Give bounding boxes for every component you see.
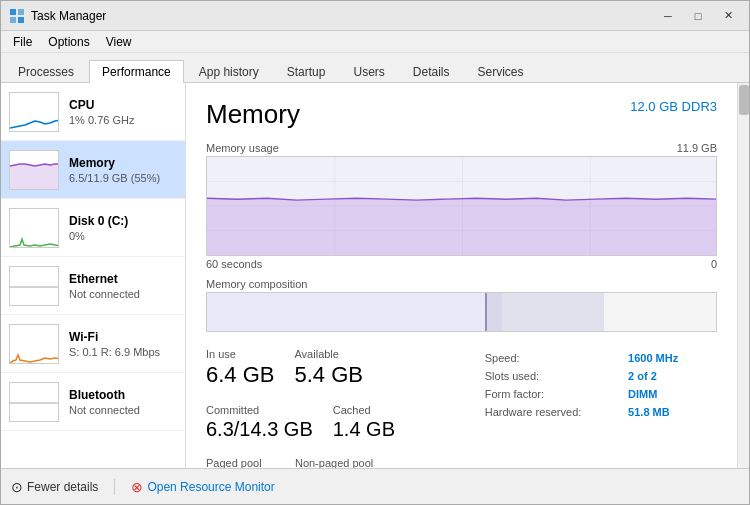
cpu-thumbnail [9, 92, 59, 132]
composition-label: Memory composition [206, 278, 717, 290]
composition-standby [502, 293, 604, 331]
svg-rect-2 [10, 17, 16, 23]
ethernet-name: Ethernet [69, 272, 177, 286]
chart-label-text: Memory usage [206, 142, 279, 154]
committed-value: 6.3/14.3 GB [206, 418, 313, 441]
fewer-details-icon: ⊙ [11, 479, 23, 495]
chart-max-label: 11.9 GB [677, 142, 717, 154]
svg-marker-20 [207, 198, 716, 255]
bluetooth-name: Bluetooth [69, 388, 177, 402]
stats-row2: Committed 6.3/14.3 GB Cached 1.4 GB [206, 404, 485, 449]
sidebar: CPU 1% 0.76 GHz Memory 6.5/11.9 GB (55%) [1, 83, 186, 468]
disk-detail: 0% [69, 230, 177, 242]
hardware-label: Hardware reserved: [485, 406, 620, 418]
cpu-info: CPU 1% 0.76 GHz [69, 98, 177, 126]
memory-info: Memory 6.5/11.9 GB (55%) [69, 156, 177, 184]
form-label: Form factor: [485, 388, 620, 400]
available-label: Available [294, 348, 362, 360]
stat-committed: Committed 6.3/14.3 GB [206, 404, 313, 449]
detail-panel: Memory 12.0 GB DDR3 Memory usage 11.9 GB [186, 83, 737, 468]
svg-rect-0 [10, 9, 16, 15]
stats-row1: In use 6.4 GB Available 5.4 GB [206, 348, 485, 396]
cached-value: 1.4 GB [333, 418, 395, 441]
cpu-name: CPU [69, 98, 177, 112]
tabs-bar: Processes Performance App history Startu… [1, 53, 749, 83]
disk-thumbnail [9, 208, 59, 248]
sidebar-item-disk[interactable]: Disk 0 (C:) 0% [1, 199, 185, 257]
app-icon [9, 8, 25, 24]
detail-header: Memory 12.0 GB DDR3 [206, 99, 717, 130]
left-stats: In use 6.4 GB Available 5.4 GB Committed… [206, 348, 485, 468]
ethernet-thumbnail [9, 266, 59, 306]
window-title: Task Manager [31, 9, 655, 23]
cpu-detail: 1% 0.76 GHz [69, 114, 177, 126]
detail-subtitle: 12.0 GB DDR3 [630, 99, 717, 114]
available-value: 5.4 GB [294, 362, 362, 388]
bottom-bar: ⊙ Fewer details ⊗ Open Resource Monitor [1, 468, 749, 504]
open-resource-monitor-link[interactable]: ⊗ Open Resource Monitor [131, 479, 274, 495]
disk-info: Disk 0 (C:) 0% [69, 214, 177, 242]
sidebar-item-bluetooth[interactable]: Bluetooth Not connected [1, 373, 185, 431]
stat-cached: Cached 1.4 GB [333, 404, 395, 449]
chart-label: Memory usage 11.9 GB [206, 142, 717, 154]
fewer-details-label: Fewer details [27, 480, 98, 494]
stats-section: In use 6.4 GB Available 5.4 GB Committed… [206, 348, 717, 468]
scrollbar-thumb[interactable] [739, 85, 749, 115]
minimize-button[interactable]: ─ [655, 6, 681, 26]
window-controls: ─ □ ✕ [655, 6, 741, 26]
chart-time-end: 0 [711, 258, 717, 270]
svg-rect-3 [18, 17, 24, 23]
disk-name: Disk 0 (C:) [69, 214, 177, 228]
tab-processes[interactable]: Processes [5, 60, 87, 83]
resource-monitor-icon: ⊗ [131, 479, 143, 495]
in-use-label: In use [206, 348, 274, 360]
menu-view[interactable]: View [98, 33, 140, 51]
main-content: CPU 1% 0.76 GHz Memory 6.5/11.9 GB (55%) [1, 83, 749, 468]
bluetooth-detail: Not connected [69, 404, 177, 416]
maximize-button[interactable]: □ [685, 6, 711, 26]
task-manager-window: Task Manager ─ □ ✕ File Options View Pro… [0, 0, 750, 505]
wifi-name: Wi-Fi [69, 330, 177, 344]
title-bar: Task Manager ─ □ ✕ [1, 1, 749, 31]
scrollbar[interactable] [737, 83, 749, 468]
speed-value: 1600 MHz [628, 352, 717, 364]
tab-services[interactable]: Services [465, 60, 537, 83]
ethernet-detail: Not connected [69, 288, 177, 300]
memory-composition-section: Memory composition [206, 278, 717, 332]
wifi-detail: S: 0.1 R: 6.9 Mbps [69, 346, 177, 358]
stat-paged: Paged pool 210 MB [206, 457, 275, 468]
svg-marker-6 [10, 164, 59, 190]
fewer-details-button[interactable]: ⊙ Fewer details [11, 479, 98, 495]
sidebar-item-memory[interactable]: Memory 6.5/11.9 GB (55%) [1, 141, 185, 199]
stat-available: Available 5.4 GB [294, 348, 362, 396]
sidebar-item-wifi[interactable]: Wi-Fi S: 0.1 R: 6.9 Mbps [1, 315, 185, 373]
tab-startup[interactable]: Startup [274, 60, 339, 83]
open-resource-label: Open Resource Monitor [147, 480, 274, 494]
tab-app-history[interactable]: App history [186, 60, 272, 83]
menu-options[interactable]: Options [40, 33, 97, 51]
composition-in-use [207, 293, 487, 331]
menu-bar: File Options View [1, 31, 749, 53]
sidebar-item-ethernet[interactable]: Ethernet Not connected [1, 257, 185, 315]
slots-value: 2 of 2 [628, 370, 717, 382]
stat-in-use: In use 6.4 GB [206, 348, 274, 396]
sidebar-item-cpu[interactable]: CPU 1% 0.76 GHz [1, 83, 185, 141]
memory-usage-chart: Memory usage 11.9 GB [206, 142, 717, 270]
memory-thumbnail [9, 150, 59, 190]
committed-label: Committed [206, 404, 313, 416]
tab-users[interactable]: Users [340, 60, 397, 83]
cached-label: Cached [333, 404, 395, 416]
speed-label: Speed: [485, 352, 620, 364]
slots-label: Slots used: [485, 370, 620, 382]
composition-modified [487, 293, 502, 331]
memory-name: Memory [69, 156, 177, 170]
close-button[interactable]: ✕ [715, 6, 741, 26]
menu-file[interactable]: File [5, 33, 40, 51]
chart-area [206, 156, 717, 256]
right-stats: Speed: 1600 MHz Slots used: 2 of 2 Form … [485, 348, 717, 468]
tab-details[interactable]: Details [400, 60, 463, 83]
wifi-info: Wi-Fi S: 0.1 R: 6.9 Mbps [69, 330, 177, 358]
tab-performance[interactable]: Performance [89, 60, 184, 83]
memory-composition-bar [206, 292, 717, 332]
composition-free [604, 293, 716, 331]
